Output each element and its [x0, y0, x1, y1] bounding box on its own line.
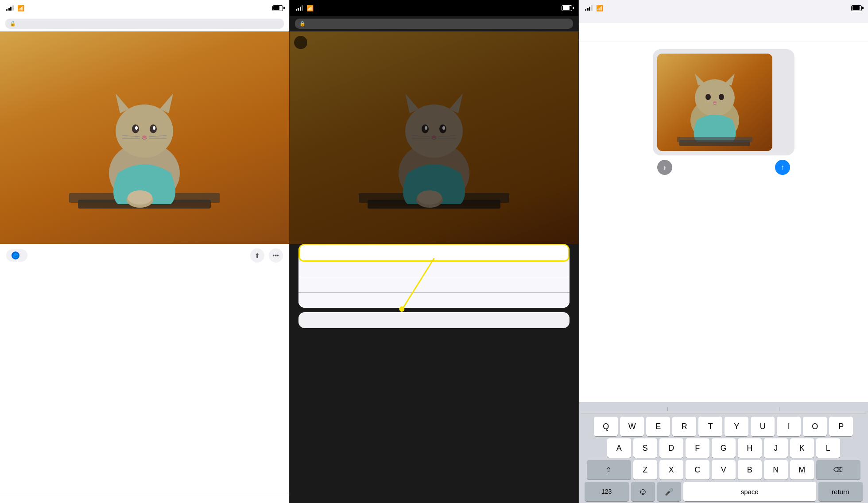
- signal-icon-2: [296, 5, 303, 11]
- svg-point-10: [142, 135, 147, 138]
- key-g[interactable]: G: [712, 438, 736, 458]
- action-icons-1: ⬆ •••: [250, 248, 283, 263]
- action-sheet: [298, 244, 570, 308]
- messages-header: [579, 16, 868, 23]
- key-e[interactable]: E: [646, 417, 670, 436]
- cat-illustration-1: [51, 58, 237, 244]
- status-carrier-1: 📶: [6, 5, 24, 12]
- suggestion-divider-1: [667, 407, 668, 411]
- svg-point-3: [116, 104, 173, 158]
- related-bar-1: [0, 494, 289, 503]
- svg-rect-46: [677, 137, 752, 142]
- share-button-1[interactable]: ⬆: [250, 248, 264, 263]
- keyboard-row-2: A S D F G H J K L: [581, 438, 866, 458]
- key-p[interactable]: P: [829, 417, 853, 436]
- wifi-icon-2: 📶: [306, 5, 314, 12]
- keyboard-row-4: 123 ☺ 🎤 space return: [581, 482, 866, 501]
- key-w[interactable]: W: [620, 417, 644, 436]
- url-bar-1[interactable]: 🔒: [5, 19, 284, 29]
- svg-point-16: [128, 190, 152, 205]
- gif-area-2: [290, 31, 579, 244]
- key-t[interactable]: T: [698, 417, 722, 436]
- key-u[interactable]: U: [751, 417, 775, 436]
- signal-icon-1: [6, 5, 14, 11]
- key-l[interactable]: L: [816, 438, 840, 458]
- shift-key[interactable]: ⇧: [587, 460, 631, 480]
- battery-icon-2: [562, 5, 572, 11]
- battery-icon-3: [851, 5, 862, 11]
- download-menu-item[interactable]: [298, 293, 570, 308]
- key-r[interactable]: R: [672, 417, 696, 436]
- key-c[interactable]: C: [686, 460, 709, 480]
- key-m[interactable]: M: [790, 460, 814, 480]
- panel-google-search: 📶 🔒: [0, 0, 289, 503]
- cat-scene-1: [0, 31, 289, 244]
- to-input[interactable]: [589, 28, 861, 36]
- status-bar-3: 📶: [579, 0, 868, 16]
- copy-menu-item[interactable]: [298, 277, 570, 293]
- panel-messages: 📶: [579, 0, 868, 503]
- dim-overlay: [290, 31, 579, 244]
- key-o[interactable]: O: [803, 417, 827, 436]
- space-key[interactable]: space: [683, 482, 816, 501]
- cat-thumbnail-svg: [657, 54, 772, 151]
- status-carrier-2: 📶: [296, 5, 314, 12]
- send-button[interactable]: ↑: [775, 160, 790, 175]
- key-s[interactable]: S: [633, 438, 657, 458]
- wifi-icon-3: 📶: [596, 5, 603, 12]
- send-icon: ↑: [781, 163, 784, 171]
- delete-key[interactable]: ⌫: [816, 460, 860, 480]
- suggestion-is[interactable]: [605, 407, 619, 411]
- emoji-key[interactable]: ☺: [631, 482, 655, 501]
- suggestions-row: [581, 405, 866, 414]
- url-bar-2[interactable]: 🔒: [295, 19, 574, 29]
- signal-icon-3: [585, 5, 593, 11]
- key-h[interactable]: H: [738, 438, 762, 458]
- source-row-1: 🌐 ⬆ •••: [6, 248, 283, 263]
- key-n[interactable]: N: [764, 460, 788, 480]
- key-x[interactable]: X: [659, 460, 683, 480]
- suggestion-divider-2: [779, 407, 779, 411]
- key-j[interactable]: J: [764, 438, 788, 458]
- key-a[interactable]: A: [607, 438, 631, 458]
- svg-point-42: [705, 94, 711, 100]
- return-key[interactable]: return: [818, 482, 863, 501]
- keyboard-row-3: ⇧ Z X C V B N M ⌫: [581, 460, 866, 480]
- expand-icon: ›: [663, 163, 666, 172]
- suggestion-was[interactable]: [717, 407, 731, 411]
- gif-area-1: [0, 31, 289, 244]
- info-panel-1: 🌐 ⬆ •••: [0, 244, 289, 494]
- mic-key[interactable]: 🎤: [657, 482, 681, 501]
- cancel-button[interactable]: [298, 312, 570, 328]
- lock-icon-2: 🔒: [299, 21, 306, 27]
- svg-point-44: [713, 101, 717, 103]
- battery-2: [562, 5, 572, 11]
- svg-point-39: [695, 79, 735, 116]
- key-d[interactable]: D: [659, 438, 683, 458]
- battery-icon-1: [272, 5, 283, 11]
- battery-3: [851, 5, 862, 11]
- key-y[interactable]: Y: [725, 417, 748, 436]
- key-b[interactable]: B: [738, 460, 762, 480]
- lock-icon-1: 🔒: [10, 21, 16, 27]
- message-bubble: [653, 49, 794, 155]
- key-z[interactable]: Z: [633, 460, 657, 480]
- suggestion-has[interactable]: [828, 407, 842, 411]
- keyboard-row-1: Q W E R T Y U I O P: [581, 417, 866, 436]
- key-v[interactable]: V: [712, 460, 736, 480]
- compose-area: › ↑: [579, 42, 868, 402]
- key-k[interactable]: K: [790, 438, 814, 458]
- close-button-2[interactable]: [294, 36, 307, 49]
- save-image-menu-item[interactable]: [298, 262, 570, 277]
- numbers-key[interactable]: 123: [585, 482, 629, 501]
- copy-menu-item-highlighted[interactable]: [298, 244, 570, 262]
- key-q[interactable]: Q: [594, 417, 618, 436]
- expand-button[interactable]: ›: [657, 160, 672, 175]
- giphy-badge-1[interactable]: 🌐: [6, 249, 27, 262]
- more-button-1[interactable]: •••: [269, 248, 283, 263]
- giphy-globe-icon: 🌐: [12, 252, 19, 259]
- key-i[interactable]: I: [777, 417, 801, 436]
- key-f[interactable]: F: [686, 438, 709, 458]
- svg-point-43: [719, 94, 724, 100]
- status-bar-1: 📶: [0, 0, 289, 16]
